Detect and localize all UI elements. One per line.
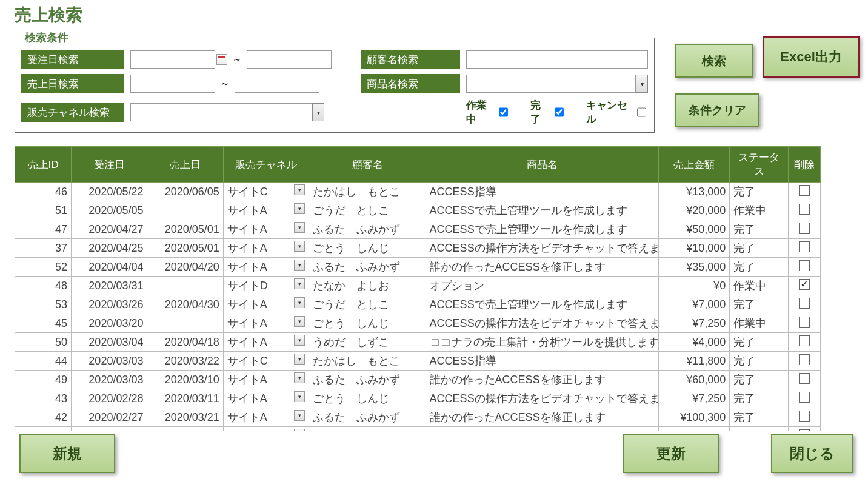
- cell-customer[interactable]: ごとう しんじ: [309, 389, 426, 408]
- delete-checkbox[interactable]: [799, 260, 810, 271]
- delete-checkbox[interactable]: [799, 335, 810, 346]
- cell-customer[interactable]: ふるた ふみかず: [309, 408, 426, 427]
- sales-date-from-input[interactable]: [130, 75, 215, 93]
- cell-channel[interactable]: サイトD▾: [223, 277, 309, 295]
- cell-delete[interactable]: [789, 277, 821, 295]
- excel-export-button[interactable]: Excel出力: [763, 36, 860, 78]
- cell-delete[interactable]: [789, 220, 821, 239]
- table-row[interactable]: 412020/02/232020/03/03サイトC▾たかはし もとこACCES…: [15, 427, 821, 432]
- cell-channel[interactable]: サイトA▾: [223, 295, 309, 314]
- cell-customer[interactable]: ふるた ふみかず: [309, 371, 426, 389]
- chk-cancel[interactable]: キャンセル: [586, 98, 648, 126]
- chevron-down-icon[interactable]: ▾: [294, 260, 305, 271]
- chevron-down-icon[interactable]: ▾: [294, 203, 305, 214]
- delete-checkbox[interactable]: [799, 392, 810, 403]
- cell-channel[interactable]: サイトA▾: [223, 408, 309, 427]
- cell-channel[interactable]: サイトA▾: [223, 333, 309, 352]
- cell-customer[interactable]: ごうだ としこ: [309, 201, 426, 220]
- table-row[interactable]: 442020/03/032020/03/22サイトC▾たかはし もとこACCES…: [15, 352, 821, 371]
- table-row[interactable]: 472020/04/272020/05/01サイトA▾ふるた ふみかずACCES…: [15, 220, 821, 239]
- cell-delete[interactable]: [789, 427, 821, 432]
- delete-checkbox[interactable]: [799, 429, 810, 432]
- product-input[interactable]: [466, 75, 636, 93]
- chevron-down-icon[interactable]: ▾: [312, 103, 324, 121]
- new-button[interactable]: 新規: [19, 434, 115, 473]
- delete-checkbox[interactable]: [799, 373, 810, 384]
- table-row[interactable]: 462020/05/222020/06/05サイトC▾たかはし もとこACCES…: [15, 183, 821, 201]
- cell-delete[interactable]: [789, 201, 821, 220]
- delete-checkbox[interactable]: [799, 298, 810, 309]
- cell-delete[interactable]: [789, 408, 821, 427]
- delete-checkbox[interactable]: [799, 317, 810, 328]
- delete-checkbox[interactable]: [799, 241, 810, 252]
- chevron-down-icon[interactable]: ▾: [294, 391, 305, 402]
- table-row[interactable]: 452020/03/20サイトA▾ごとう しんじACCESSの操作方法をビデオチ…: [15, 314, 821, 333]
- cell-delete[interactable]: [789, 389, 821, 408]
- cell-delete[interactable]: [789, 314, 821, 333]
- cell-delete[interactable]: [789, 183, 821, 201]
- order-date-from-input[interactable]: [130, 50, 215, 69]
- table-row[interactable]: 532020/03/262020/04/30サイトA▾ごうだ としこACCESS…: [15, 295, 821, 314]
- chevron-down-icon[interactable]: ▾: [294, 316, 305, 327]
- table-row[interactable]: 502020/03/042020/04/18サイトA▾うめだ しずこココナラの売…: [15, 333, 821, 352]
- cell-channel[interactable]: サイトA▾: [223, 201, 309, 220]
- search-button[interactable]: 検索: [675, 44, 753, 78]
- chevron-down-icon[interactable]: ▾: [294, 222, 305, 233]
- cell-delete[interactable]: [789, 258, 821, 277]
- cell-customer[interactable]: たなか よしお: [309, 277, 426, 295]
- chevron-down-icon[interactable]: ▾: [294, 297, 305, 308]
- delete-checkbox[interactable]: [799, 223, 810, 234]
- table-row[interactable]: 482020/03/31サイトD▾たなか よしおオプション¥0作業中: [15, 277, 821, 295]
- channel-input[interactable]: [130, 103, 312, 121]
- chevron-down-icon[interactable]: ▾: [294, 335, 305, 346]
- cell-channel[interactable]: サイトA▾: [223, 389, 309, 408]
- chk-cancel-input[interactable]: [637, 107, 646, 118]
- chk-working[interactable]: 作業中: [466, 98, 510, 126]
- chevron-down-icon[interactable]: ▾: [294, 241, 305, 252]
- cell-customer[interactable]: たかはし もとこ: [309, 352, 426, 371]
- cell-delete[interactable]: [789, 333, 821, 352]
- table-row[interactable]: 372020/04/252020/05/01サイトA▾ごとう しんじACCESS…: [15, 239, 821, 258]
- results-grid[interactable]: 売上ID受注日売上日販売チャネル顧客名商品名売上金額ステータス削除 462020…: [15, 146, 821, 431]
- cell-delete[interactable]: [789, 371, 821, 389]
- cell-channel[interactable]: サイトA▾: [223, 258, 309, 277]
- chevron-down-icon[interactable]: ▾: [294, 429, 305, 431]
- cell-channel[interactable]: サイトC▾: [223, 427, 309, 432]
- cell-delete[interactable]: [789, 295, 821, 314]
- cell-customer[interactable]: ごうだ としこ: [309, 295, 426, 314]
- chevron-down-icon[interactable]: ▾: [294, 278, 305, 289]
- update-button[interactable]: 更新: [623, 434, 719, 473]
- chevron-down-icon[interactable]: ▾: [294, 372, 305, 383]
- chevron-down-icon[interactable]: ▾: [294, 354, 305, 365]
- delete-checkbox[interactable]: [799, 279, 810, 290]
- chk-done-input[interactable]: [555, 107, 564, 118]
- customer-input[interactable]: [466, 50, 648, 69]
- cell-delete[interactable]: [789, 352, 821, 371]
- delete-checkbox[interactable]: [799, 411, 810, 422]
- chevron-down-icon[interactable]: ▾: [294, 184, 305, 195]
- chk-done[interactable]: 完了: [530, 98, 566, 126]
- chevron-down-icon[interactable]: ▾: [294, 410, 305, 421]
- cell-channel[interactable]: サイトC▾: [223, 352, 309, 371]
- chk-working-input[interactable]: [499, 107, 508, 118]
- calendar-icon[interactable]: [216, 54, 227, 65]
- cell-channel[interactable]: サイトA▾: [223, 239, 309, 258]
- table-row[interactable]: 522020/04/042020/04/20サイトA▾ふるた ふみかず誰かの作っ…: [15, 258, 821, 277]
- table-row[interactable]: 432020/02/282020/03/11サイトA▾ごとう しんじACCESS…: [15, 389, 821, 408]
- cell-channel[interactable]: サイトA▾: [223, 314, 309, 333]
- close-button[interactable]: 閉じる: [771, 434, 853, 473]
- cell-customer[interactable]: ごとう しんじ: [309, 314, 426, 333]
- cell-channel[interactable]: サイトA▾: [223, 220, 309, 239]
- cell-channel[interactable]: サイトC▾: [223, 183, 309, 201]
- table-row[interactable]: 492020/03/032020/03/10サイトA▾ふるた ふみかず誰かの作っ…: [15, 371, 821, 389]
- cell-customer[interactable]: たかはし もとこ: [309, 427, 426, 432]
- order-date-to-input[interactable]: [247, 50, 332, 69]
- delete-checkbox[interactable]: [799, 204, 810, 215]
- cell-delete[interactable]: [789, 239, 821, 258]
- delete-checkbox[interactable]: [799, 354, 810, 365]
- table-row[interactable]: 512020/05/05サイトA▾ごうだ としこACCESSで売上管理ツールを作…: [15, 201, 821, 220]
- chevron-down-icon[interactable]: ▾: [636, 75, 648, 93]
- cell-customer[interactable]: ごとう しんじ: [309, 239, 426, 258]
- clear-conditions-button[interactable]: 条件クリア: [675, 93, 760, 127]
- cell-customer[interactable]: ふるた ふみかず: [309, 258, 426, 277]
